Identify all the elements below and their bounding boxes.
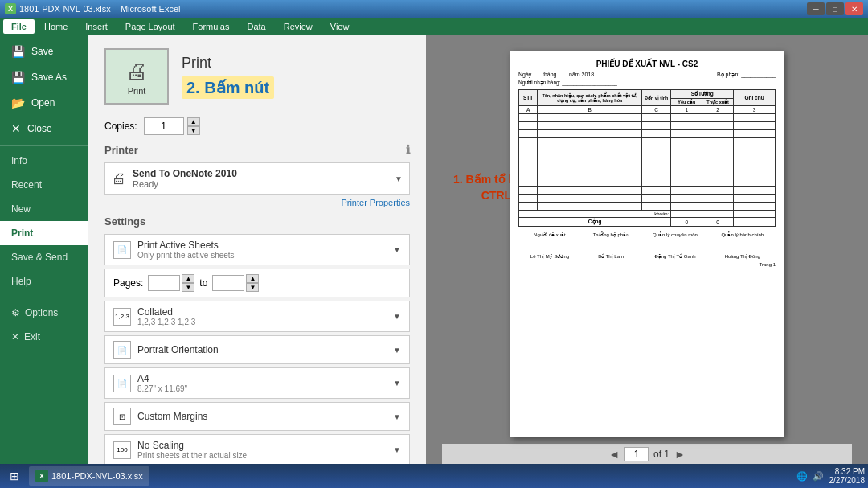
maximize-button[interactable]: □ (826, 2, 844, 15)
print-title: Print (182, 55, 274, 72)
col-b: B (538, 106, 642, 114)
col-a: A (519, 106, 538, 114)
close-button[interactable]: ✕ (845, 2, 863, 15)
preview-nav: ◄ of 1 ► (442, 444, 852, 465)
tab-formulas[interactable]: Formulas (185, 19, 238, 34)
preview-area: 1. Bấm tổ hợp phím CTRL + P PHIẾU ĐỀ XUẤ… (426, 35, 868, 470)
nav-next[interactable]: ► (674, 448, 686, 461)
sidebar-item-save-send[interactable]: Save & Send (0, 245, 88, 269)
clock-date: 2/27/2018 (829, 476, 866, 485)
doc-page-number: Trang 1 (518, 262, 776, 267)
printer-section-title: Printer ℹ (104, 143, 410, 156)
settings-section: Settings 📄 Print Active Sheets Only prin… (104, 215, 410, 465)
margins-setting[interactable]: ⊡ Custom Margins ▼ (104, 402, 410, 431)
tab-review[interactable]: Review (276, 19, 321, 34)
pages-label: Pages: (113, 277, 143, 289)
clock-time: 8:32 PM (835, 467, 865, 476)
paper-setting[interactable]: 📄 A4 8.27" x 11.69" ▼ (104, 367, 410, 399)
portrait-label: Portrait Orientation (137, 344, 219, 355)
col-so-luong: Số lượng (671, 90, 734, 99)
excel-taskbar-icon: X (35, 470, 48, 482)
printer-properties-link[interactable]: Printer Properties (104, 198, 410, 207)
cong-val1: 0 (671, 218, 702, 227)
tab-home[interactable]: Home (36, 19, 76, 34)
col-1: 1 (671, 106, 702, 114)
print-active-label: Print Active Sheets (137, 240, 235, 251)
print-active-sub: Only print the active sheets (137, 251, 235, 260)
volume-icon[interactable]: 🔊 (812, 470, 825, 482)
table-row (519, 154, 776, 162)
collated-setting[interactable]: 1,2,3 Collated 1,2,3 1,2,3 1,2,3 ▼ (104, 301, 410, 332)
margins-label: Custom Margins (137, 411, 207, 422)
pages-from-spinner[interactable]: ▲ ▼ (182, 274, 194, 292)
tab-page-layout[interactable]: Page Layout (117, 19, 183, 34)
tab-data[interactable]: Data (239, 19, 273, 34)
start-button[interactable]: ⊞ (3, 466, 26, 486)
sidebar-divider (0, 145, 88, 146)
sidebar-item-options[interactable]: ⚙ Options (0, 301, 88, 325)
pages-from-down[interactable]: ▼ (182, 283, 194, 292)
sidebar-item-close[interactable]: ✕ Close (0, 116, 88, 141)
pages-to-spinner[interactable]: ▲ ▼ (246, 274, 259, 292)
table-row (519, 187, 776, 195)
pages-to-down[interactable]: ▼ (246, 283, 259, 292)
sidebar-item-info[interactable]: Info (0, 149, 88, 173)
footer-truong: Trưởng bộ phận (593, 232, 629, 237)
pages-to-input[interactable] (212, 275, 244, 291)
sidebar-item-print[interactable]: Print (0, 221, 88, 245)
save-icon: 💾 (11, 45, 25, 58)
copies-spinner[interactable]: ▲ ▼ (187, 117, 200, 135)
excel-icon: X (5, 3, 16, 14)
col-dvt: Đơn vị tính (642, 90, 671, 106)
window-title: 1801-PDX-NVL-03.xlsx – Microsoft Excel (19, 4, 181, 14)
minimize-button[interactable]: ─ (807, 2, 825, 15)
doc-receiver: Người nhận hàng: ___________________ (518, 80, 776, 86)
footer-name4: Hoàng Thị Đông (725, 253, 760, 259)
sidebar-item-help[interactable]: Help (0, 269, 88, 293)
sidebar-item-save-as[interactable]: 💾 Save As (0, 64, 88, 90)
table-row (519, 146, 776, 154)
tab-insert[interactable]: Insert (77, 19, 116, 34)
printer-select[interactable]: 🖨 Send To OneNote 2010 Ready ▼ (104, 162, 410, 195)
exit-icon: ✕ (11, 331, 19, 342)
table-row (519, 203, 776, 211)
excel-taskbar-label: 1801-PDX-NVL-03.xlsx (51, 471, 143, 481)
col-3: 3 (734, 106, 776, 114)
doc-title: PHIẾU ĐỀ XUẤT NVL - CS2 (518, 59, 776, 68)
scaling-icon: 100 (113, 441, 131, 459)
pages-from-input[interactable] (148, 275, 180, 291)
tab-view[interactable]: View (322, 19, 358, 34)
tab-file[interactable]: File (3, 19, 35, 34)
margins-icon: ⊡ (113, 408, 131, 425)
network-icon[interactable]: 🌐 (796, 470, 809, 482)
page-nav-input[interactable] (624, 447, 649, 461)
printer-info-icon[interactable]: ℹ (406, 143, 410, 156)
copies-up[interactable]: ▲ (187, 117, 200, 126)
pages-to-up[interactable]: ▲ (246, 274, 259, 283)
table-row (519, 170, 776, 178)
sidebar-item-save[interactable]: 💾 Save (0, 39, 88, 64)
sidebar-item-new[interactable]: New (0, 197, 88, 221)
scaling-setting[interactable]: 100 No Scaling Print sheets at their act… (104, 434, 410, 465)
pages-row: Pages: ▲ ▼ to ▲ ▼ (104, 269, 410, 297)
print-active-sheets[interactable]: 📄 Print Active Sheets Only print the act… (104, 234, 410, 265)
print-button[interactable]: 🖨 Print (104, 48, 169, 105)
nav-prev[interactable]: ◄ (608, 448, 620, 461)
sidebar: 💾 Save 💾 Save As 📂 Open ✕ Close Info Rec… (0, 35, 88, 470)
scaling-dropdown-arrow: ▼ (393, 445, 401, 454)
excel-taskbar-app[interactable]: X 1801-PDX-NVL-03.xlsx (29, 466, 149, 486)
pages-from-up[interactable]: ▲ (182, 274, 194, 283)
printer-dropdown-arrow: ▼ (395, 174, 403, 183)
nav-of: of 1 (653, 449, 669, 460)
footer-hanh-chinh: Quản lý hành chính (721, 232, 764, 237)
table-row (519, 130, 776, 138)
orientation-setting[interactable]: 📄 Portrait Orientation ▼ (104, 335, 410, 364)
sidebar-item-exit[interactable]: ✕ Exit (0, 325, 88, 349)
taskbar-clock: 8:32 PM 2/27/2018 (829, 467, 866, 485)
document-preview: PHIẾU ĐỀ XUẤT NVL - CS2 Ngày ..... tháng… (510, 51, 784, 437)
copies-down[interactable]: ▼ (187, 126, 200, 135)
copies-input[interactable] (144, 117, 184, 135)
sidebar-item-recent[interactable]: Recent (0, 173, 88, 197)
printer-device-icon: 🖨 (112, 170, 126, 187)
sidebar-item-open[interactable]: 📂 Open (0, 90, 88, 116)
